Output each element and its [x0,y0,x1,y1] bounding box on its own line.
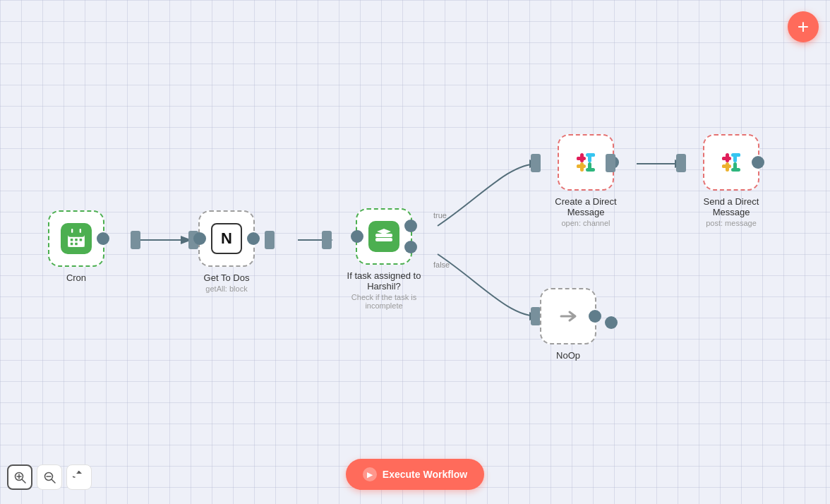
if-node[interactable]: If task assigned to Harshil? Check if th… [331,208,437,310]
noop-icon [553,301,584,332]
svg-point-36 [722,157,726,160]
workflow-canvas: + [0,0,830,504]
if-output-true-dot [404,220,417,232]
cron-node-box[interactable] [48,210,104,267]
notion-icon: N [211,223,242,254]
play-icon: ▶ [363,467,377,481]
conn-handle-8 [676,154,686,172]
send-dm-label: Send a Direct Message [685,196,777,217]
notion-input-dot [193,232,206,245]
svg-rect-15 [75,239,78,241]
svg-rect-13 [80,229,81,233]
execute-workflow-button[interactable]: ▶ Execute Workflow [346,459,484,490]
noop-label: NoOp [556,350,580,361]
cron-output-dot [97,232,109,245]
if-label: If task assigned to Harshil? [331,270,437,292]
if-input-dot [351,230,363,243]
add-node-button[interactable]: + [788,11,819,42]
create-dm-label: Create a Direct Message [540,196,632,217]
conn-handle-3 [265,231,275,249]
conn-handle-6 [531,307,541,325]
notion-sublabel: getAll: block [205,284,247,293]
svg-point-42 [733,168,737,172]
conn-handle-4 [322,231,332,249]
svg-rect-11 [68,230,84,236]
svg-rect-16 [80,239,83,241]
svg-point-30 [588,168,591,172]
svg-rect-14 [71,239,73,241]
svg-point-27 [591,153,595,157]
noop-output-dot [589,310,601,323]
svg-rect-12 [71,229,73,233]
notion-node[interactable]: N Get To Dos getAll: block [198,210,255,293]
create-dm-node[interactable]: Create a Direct Message open: channel [540,134,632,227]
noop-node[interactable]: NoOp [540,288,596,361]
cron-label: Cron [66,272,86,283]
send-dm-sublabel: post: message [706,219,757,227]
svg-point-24 [577,157,580,160]
if-sublabel: Check if the task is incomplete [338,293,430,310]
true-label: true [433,211,447,220]
svg-rect-17 [71,243,73,246]
create-dm-sublabel: open: channel [561,219,610,227]
svg-point-33 [577,164,580,168]
noop-node-box[interactable] [540,288,596,344]
false-label: false [433,260,450,269]
svg-rect-20 [375,238,392,241]
bottom-toolbar: ▶ Execute Workflow [0,459,830,490]
svg-marker-21 [377,229,391,234]
svg-point-39 [737,153,740,157]
if-output-false-dot [404,241,417,253]
svg-rect-18 [75,243,78,246]
cron-node[interactable]: Cron [48,210,104,283]
svg-point-45 [722,164,726,168]
slack-icon-1 [570,147,601,178]
conn-handle-5 [531,154,541,172]
send-dm-node-box[interactable] [703,134,759,191]
if-node-box[interactable] [356,208,412,265]
execute-label: Execute Workflow [383,469,467,480]
cron-icon [61,223,92,254]
send-dm-node[interactable]: Send a Direct Message post: message [685,134,777,227]
send-dm-output-dot [752,156,764,169]
noop-final-dot [605,316,618,329]
slack-icon-2 [716,147,747,178]
conn-handle-1 [131,231,140,249]
notion-node-box[interactable]: N [198,210,255,267]
conn-handle-7 [606,154,615,172]
notion-output-dot [247,232,260,245]
notion-label: Get To Dos [204,272,250,283]
if-icon [368,221,399,252]
